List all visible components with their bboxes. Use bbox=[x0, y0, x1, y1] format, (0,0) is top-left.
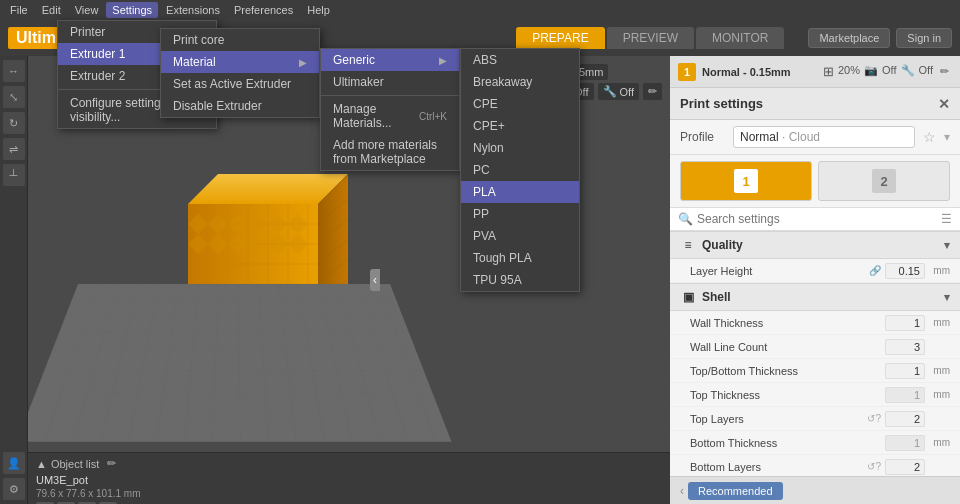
generic-pp[interactable]: PP bbox=[461, 203, 579, 225]
tool-support[interactable]: ┴ bbox=[3, 164, 25, 186]
bottom-layers-reset-icon[interactable]: ↺ bbox=[867, 461, 875, 472]
menu-view[interactable]: View bbox=[69, 2, 105, 18]
extruder1-btn[interactable]: 1 bbox=[680, 161, 812, 201]
recommended-button[interactable]: Recommended bbox=[688, 482, 783, 500]
layer-height-unit: mm bbox=[928, 265, 950, 276]
footer-chevron-left: ‹ bbox=[680, 484, 684, 498]
setting-bottom-layers: Bottom Layers ↺ ? 2 bbox=[670, 455, 960, 476]
shell-chevron: ▾ bbox=[944, 291, 950, 304]
layer-height-link-icon[interactable]: 🔗 bbox=[869, 265, 881, 276]
material-ultimaker[interactable]: Ultimaker bbox=[321, 71, 459, 93]
search-input[interactable] bbox=[697, 212, 937, 226]
left-sidebar: ↔ ⤡ ↻ ⇌ ┴ 👤 ⚙ bbox=[0, 56, 28, 504]
object-list-item: UM3E_pot bbox=[36, 474, 662, 486]
layer-off-icon1: 📷 bbox=[864, 64, 878, 79]
menu-settings[interactable]: Settings bbox=[106, 2, 158, 18]
generic-arrow: ▶ bbox=[439, 55, 447, 66]
material-manage[interactable]: Manage Materials... Ctrl+K bbox=[321, 98, 459, 134]
grid-floor bbox=[28, 284, 452, 442]
tool-rotate[interactable]: ↻ bbox=[3, 112, 25, 134]
menu-file[interactable]: File bbox=[4, 2, 34, 18]
zoom-pct: 20% bbox=[838, 64, 860, 79]
menu-edit[interactable]: Edit bbox=[36, 2, 67, 18]
rp-profile-text: Normal - 0.15mm bbox=[702, 66, 791, 78]
top-bottom-thickness-value[interactable]: 1 bbox=[885, 363, 925, 379]
object-dims: 79.6 x 77.6 x 101.1 mm bbox=[36, 488, 662, 499]
quality-icon: ≡ bbox=[680, 237, 696, 253]
tool-settings-left[interactable]: ⚙ bbox=[3, 478, 25, 500]
toolbar-right-buttons: Marketplace Sign in bbox=[808, 28, 952, 48]
generic-pva[interactable]: PVA bbox=[461, 225, 579, 247]
generic-cpe[interactable]: CPE bbox=[461, 93, 579, 115]
material-generic[interactable]: Generic ▶ bbox=[321, 49, 459, 71]
object-pen-icon[interactable]: ✏ bbox=[107, 457, 116, 470]
quality-label: Quality bbox=[702, 238, 743, 252]
tab-preview[interactable]: PREVIEW bbox=[607, 27, 694, 49]
bottom-layers-name: Bottom Layers bbox=[690, 461, 867, 473]
generic-tpu95a[interactable]: TPU 95A bbox=[461, 269, 579, 291]
extruder1-disable[interactable]: Disable Extruder bbox=[161, 95, 319, 117]
signin-button[interactable]: Sign in bbox=[896, 28, 952, 48]
print-settings-close[interactable]: ✕ bbox=[938, 96, 950, 112]
marketplace-button[interactable]: Marketplace bbox=[808, 28, 890, 48]
generic-cpeplus[interactable]: CPE+ bbox=[461, 115, 579, 137]
top-layers-reset-icon[interactable]: ↺ bbox=[867, 413, 875, 424]
menu-help[interactable]: Help bbox=[301, 2, 336, 18]
section-shell-header[interactable]: ▣ Shell ▾ bbox=[670, 283, 960, 311]
print-settings-label: Print settings bbox=[680, 96, 763, 111]
layer-height-value[interactable]: 0.15 bbox=[885, 263, 925, 279]
resize-icon: ⊞ bbox=[823, 64, 834, 79]
edit-icon-btn[interactable]: ✏ bbox=[643, 83, 662, 100]
tool-scale[interactable]: ⤡ bbox=[3, 86, 25, 108]
rp-icons: ⊞ 20% 📷 Off 🔧 Off ✏ bbox=[823, 64, 952, 79]
extruder2-btn[interactable]: 2 bbox=[818, 161, 950, 201]
material-submenu: Generic ▶ Ultimaker Manage Materials... … bbox=[320, 48, 460, 171]
menu-extensions[interactable]: Extensions bbox=[160, 2, 226, 18]
layer-icon-2: 🔧 bbox=[603, 85, 617, 98]
wall-line-count-value[interactable]: 3 bbox=[885, 339, 925, 355]
wall-thickness-value[interactable]: 1 bbox=[885, 315, 925, 331]
tool-person[interactable]: 👤 bbox=[3, 452, 25, 474]
material-divider bbox=[321, 95, 459, 96]
top-thickness-value[interactable]: 1 bbox=[885, 387, 925, 403]
material-marketplace[interactable]: Add more materials from Marketplace bbox=[321, 134, 459, 170]
generic-pc[interactable]: PC bbox=[461, 159, 579, 181]
extruder1-material[interactable]: Material ▶ bbox=[161, 51, 319, 73]
layer-indicator-2: 🔧 Off bbox=[598, 83, 639, 100]
generic-nylon[interactable]: Nylon bbox=[461, 137, 579, 159]
profile-select[interactable]: Normal · Cloud bbox=[733, 126, 915, 148]
tab-prepare[interactable]: PREPARE bbox=[516, 27, 604, 49]
top-layers-info-icon[interactable]: ? bbox=[875, 413, 881, 424]
generic-pla[interactable]: PLA bbox=[461, 181, 579, 203]
bottom-layers-value[interactable]: 2 bbox=[885, 459, 925, 475]
settings-content: ≡ Quality ▾ Layer Height 🔗 0.15 mm ▣ She… bbox=[670, 231, 960, 476]
object-list-label: Object list bbox=[51, 458, 99, 470]
edit-btn[interactable]: ✏ bbox=[937, 64, 952, 79]
shell-label: Shell bbox=[702, 290, 731, 304]
profile-star-icon[interactable]: ☆ bbox=[923, 129, 936, 145]
tool-mirror[interactable]: ⇌ bbox=[3, 138, 25, 160]
wall-line-count-name: Wall Line Count bbox=[690, 341, 885, 353]
tool-move[interactable]: ↔ bbox=[3, 60, 25, 82]
generic-breakaway[interactable]: Breakaway bbox=[461, 71, 579, 93]
object-list-toggle[interactable]: ▲ bbox=[36, 458, 47, 470]
tab-monitor[interactable]: MONITOR bbox=[696, 27, 784, 49]
top-layers-value[interactable]: 2 bbox=[885, 411, 925, 427]
menu-preferences[interactable]: Preferences bbox=[228, 2, 299, 18]
extruder1-set-active[interactable]: Set as Active Extruder bbox=[161, 73, 319, 95]
panel-collapse-btn[interactable]: ‹ bbox=[370, 269, 380, 291]
profile-chevron-icon[interactable]: ▾ bbox=[944, 130, 950, 144]
extruder1-printcore[interactable]: Print core bbox=[161, 29, 319, 51]
top-bottom-thickness-unit: mm bbox=[928, 365, 950, 376]
section-quality-header[interactable]: ≡ Quality ▾ bbox=[670, 231, 960, 259]
shell-icon: ▣ bbox=[680, 289, 696, 305]
quality-chevron: ▾ bbox=[944, 239, 950, 252]
generic-abs[interactable]: ABS bbox=[461, 49, 579, 71]
bottom-layers-info-icon[interactable]: ? bbox=[875, 461, 881, 472]
settings-menu-icon[interactable]: ☰ bbox=[941, 212, 952, 226]
bottom-thickness-name: Bottom Thickness bbox=[690, 437, 885, 449]
generic-toughpla[interactable]: Tough PLA bbox=[461, 247, 579, 269]
object-list-bar: ▲ Object list ✏ UM3E_pot 79.6 x 77.6 x 1… bbox=[28, 452, 670, 504]
setting-top-thickness: Top Thickness 1 mm bbox=[670, 383, 960, 407]
bottom-thickness-value[interactable]: 1 bbox=[885, 435, 925, 451]
